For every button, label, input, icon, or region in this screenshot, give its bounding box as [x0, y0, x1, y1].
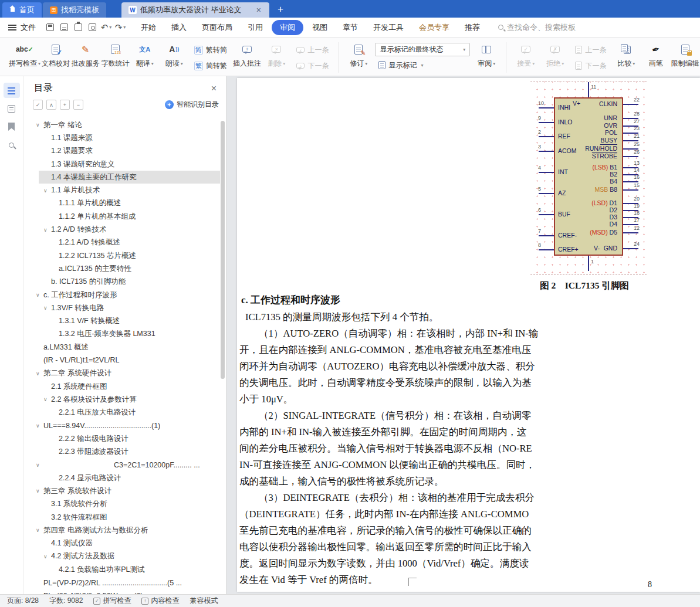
word-count-status[interactable]: 字数: 9082	[49, 596, 83, 606]
traditional-to-simplified-button[interactable]: 简繁转简	[191, 43, 231, 57]
document-line[interactable]: 电容以使积分器输出极性回零。输出返回至零所需的时间正比于输入	[239, 539, 700, 555]
document-line[interactable]: （3）DEINTEGRATE（去积分）相：该相的基准用于完成去积分	[239, 490, 700, 506]
toc-item[interactable]: ∨PL=(20.4/2)2/8=6.50W (6)	[23, 589, 221, 594]
document-line[interactable]: 内部的 IN+和 IN-输入被连接至外部引脚。在固定的时间周期内，这	[239, 424, 700, 440]
document-line[interactable]: 间的差分电压被积分。当输入信号相对于转换器电源不反相（NO-RE	[239, 440, 700, 457]
file-menu[interactable]: 文件	[21, 22, 36, 33]
tab-home[interactable]: 首页	[2, 2, 42, 18]
spellcheck-button[interactable]: abc✓ 拼写检查▾	[8, 40, 41, 73]
toc-item[interactable]: ∨c. 工作过程和时序波形	[23, 289, 221, 301]
undo-icon[interactable]: ↶▾	[100, 21, 113, 34]
content-check-status[interactable]: !内容检查	[141, 596, 179, 606]
close-icon[interactable]: ×	[209, 83, 219, 94]
thumbnail-pane-button[interactable]	[4, 101, 20, 116]
toc-item[interactable]: ∨2.2.3 带阻滤波器设计	[23, 445, 221, 458]
delete-comment-button[interactable]: × 删除▾	[262, 40, 291, 73]
page-indicator[interactable]: 页面: 8/28	[7, 596, 39, 606]
toc-item[interactable]: ∨1.2 A/D 转换技术	[23, 223, 221, 236]
toc-item[interactable]: ∨2.2.1 电压放大电路设计	[23, 406, 221, 419]
toc-item[interactable]: ∨3.1 系统软件分析	[23, 498, 221, 511]
toc-item[interactable]: ∨第四章 电路测试方法与数据分析	[23, 524, 221, 537]
toc-item[interactable]: ∨1.3.1 V/F 转换概述	[23, 314, 221, 327]
smart-toc-button[interactable]: 智能识别目录	[165, 100, 219, 110]
track-changes-button[interactable]: ✎ 修订▾	[344, 40, 373, 73]
chevron-down-icon[interactable]: ∨	[36, 593, 43, 594]
toc-item[interactable]: ∨1.3.2 电压-频率变换器 LM331	[23, 328, 221, 341]
chevron-down-icon[interactable]: ∨	[36, 488, 43, 494]
menu-tab-审阅[interactable]: 审阅	[272, 20, 303, 35]
chevron-down-icon[interactable]: ∨	[43, 227, 51, 233]
document-body[interactable]: ICL7135 的测量周期波形包括下列 4 个节拍。（1）AUTO-ZERO（自…	[239, 309, 700, 588]
toc-item[interactable]: ∨1.1.1 单片机的概述	[23, 197, 221, 210]
document-line[interactable]: 开，且在内部连接到 ANLG-COMMON，基准电容被充电至基准电压	[239, 342, 700, 358]
chevron-down-icon[interactable]: ∨	[36, 292, 43, 298]
toc-item[interactable]: ∨a.LM331 概述	[23, 341, 221, 354]
toc-item[interactable]: ∨4.1 测试仪器	[23, 537, 221, 550]
tab-document[interactable]: W 低频功率放大器设计 毕业论文 ×	[121, 2, 269, 18]
toc-item[interactable]: ∨3.2 软件流程框图	[23, 511, 221, 524]
restrict-editing-button[interactable]: 限制编辑	[670, 40, 700, 73]
toc-item[interactable]: ∨1.1 单片机技术	[23, 184, 221, 196]
simplified-to-traditional-button[interactable]: 繁简转繁	[191, 59, 231, 73]
toc-item[interactable]: ∨C3=2C1=10200pF......... ...	[23, 459, 221, 472]
next-comment-button[interactable]: ›下一条	[293, 59, 332, 73]
chevron-down-icon[interactable]: ∨	[36, 122, 43, 128]
previous-change-button[interactable]: 上一条	[572, 43, 610, 57]
compare-button[interactable]: 比较▾	[611, 40, 641, 73]
toc-item[interactable]: ∨第二章 系统硬件设计	[23, 367, 221, 380]
toc-item[interactable]: ∨4.2.1 负载输出功率PL测试	[23, 563, 221, 576]
toc-collapse-all-tool[interactable]: −	[73, 100, 83, 110]
next-change-button[interactable]: 下一条	[572, 59, 610, 73]
chevron-down-icon[interactable]: ∨	[36, 371, 43, 377]
toc-item[interactable]: ∨1.1 课题来源	[23, 131, 221, 144]
chevron-down-icon[interactable]: ∨	[43, 305, 51, 311]
tab-docer[interactable]: 田 找稻壳模板	[43, 2, 106, 18]
chevron-down-icon[interactable]: ∨	[36, 462, 43, 468]
toc-item[interactable]: ∨1.3V/F 转换电路	[23, 301, 221, 314]
print-preview-icon[interactable]	[86, 21, 99, 34]
document-line[interactable]: 至先前已充电的基准电容，所记录的输入信号的极性可确保以正确的	[239, 523, 700, 539]
document-line[interactable]: ICL7135 的测量周期波形包括下列 4 个节拍。	[239, 309, 700, 325]
document-line[interactable]: 成的基础上，输入信号的极性将被系统所记录。	[239, 473, 700, 490]
menu-tab-视图[interactable]: 视图	[305, 19, 335, 36]
toc-item[interactable]: ∨UL===8.94V.............................…	[23, 419, 221, 432]
insert-comment-button[interactable]: + 插入批注	[232, 40, 262, 73]
chevron-down-icon[interactable]: ∨	[36, 423, 43, 429]
read-aloud-button[interactable]: A)) 朗读▾	[160, 40, 189, 73]
menu-tab-页面布局[interactable]: 页面布局	[194, 19, 240, 36]
toc-item[interactable]: ∨PL=(VP-P/2)2/RL .......................…	[23, 576, 221, 589]
toc-checkbox-tool[interactable]: ✓	[33, 100, 43, 110]
close-tab-icon[interactable]: ×	[255, 5, 262, 15]
toc-item[interactable]: ∨第一章 绪论	[23, 118, 221, 131]
catalog-pane-button[interactable]	[4, 83, 20, 98]
document-line[interactable]: （DEINTEGRATE）任务，此时内部 IN-在内部连接 ANLG-COMMO	[239, 506, 700, 523]
document-line[interactable]: 度。返回时间显示为数字读数，并由 1000（Vid/Vref）确定。满度读	[239, 555, 700, 572]
toc-item[interactable]: ∨1.2.2 ICL7135 芯片概述	[23, 249, 221, 262]
toc-item[interactable]: ∨b. ICL7135 的引脚功能	[23, 276, 221, 289]
save-icon[interactable]	[43, 21, 56, 34]
toc-item[interactable]: ∨1.3 课题研究的意义	[23, 158, 221, 171]
ink-pen-button[interactable]: ✒ 画笔	[641, 40, 670, 73]
menu-tab-开始[interactable]: 开始	[133, 19, 164, 36]
document-line[interactable]: （1）AUTO-ZERO（自动调零）相：在该相时，内部 IN+和 IN-输	[239, 325, 700, 342]
spellcheck-status[interactable]: ✓拼写检查	[93, 596, 131, 606]
toc-item[interactable]: ∨1.2 课题要求	[23, 145, 221, 158]
document-line[interactable]: 小于 10μV。	[239, 391, 700, 408]
command-search[interactable]: 查找命令、搜索模板	[498, 22, 576, 33]
document-line[interactable]: （2）SINGAL-INTEGRATE（信号积分）相：在该相，自动调零	[239, 408, 700, 424]
toc-scrollbar[interactable]	[221, 121, 225, 379]
toc-item[interactable]: ∨(IR - VL/RL)t1=t2VL/RL	[23, 354, 221, 367]
chevron-down-icon[interactable]: ∨	[43, 188, 51, 194]
toc-item[interactable]: ∨2.1 系统硬件框图	[23, 380, 221, 393]
toc-collapse-tool[interactable]: ∧	[46, 100, 56, 110]
show-markup-button[interactable]: 显示标记▾	[375, 58, 470, 72]
chevron-down-icon[interactable]: ∨	[43, 554, 51, 559]
hamburger-icon[interactable]	[8, 25, 16, 30]
document-line[interactable]: 的失调电压。此时，自动调零精度令受系统噪声的限制，以输入为基	[239, 375, 700, 391]
toc-item[interactable]: ∨2.2.4 显示电路设计	[23, 472, 221, 484]
search-pane-button[interactable]	[4, 137, 20, 152]
correction-service-button[interactable]: ✎ 批改服务	[70, 40, 100, 73]
menu-tab-会员专享[interactable]: 会员专享	[411, 19, 457, 36]
document-line[interactable]: IN-可直接连接至 ANJG-COMMON 以便输出正确的共模电压。同时，	[239, 457, 700, 473]
toc-item[interactable]: ∨2.2.2 输出级电路设计	[23, 432, 221, 445]
